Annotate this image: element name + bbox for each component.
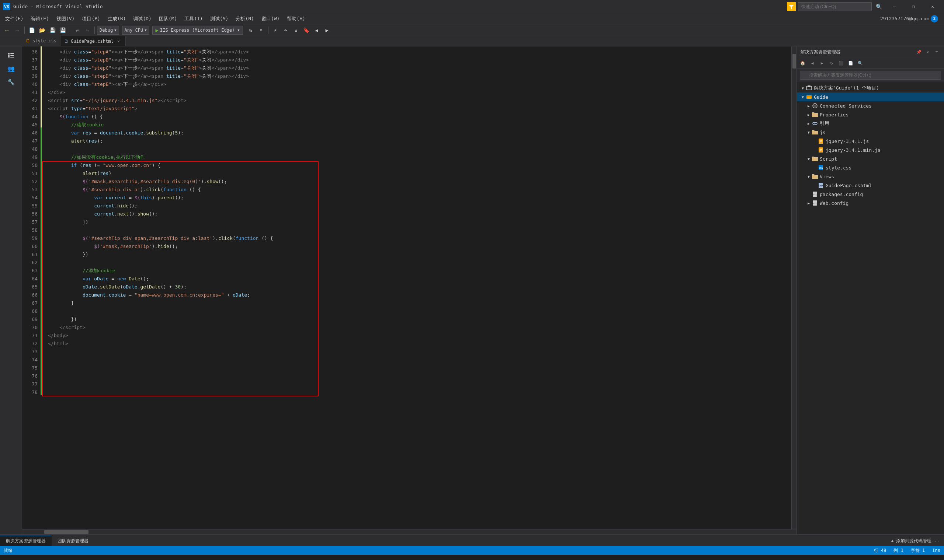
svg-point-14 — [815, 122, 817, 125]
properties-label: Properties — [820, 112, 848, 117]
menu-project[interactable]: 项目(P) — [78, 13, 103, 24]
tree-properties[interactable]: ▶ Properties — [797, 110, 944, 119]
team-explorer-tab[interactable]: 团队资源管理器 — [52, 536, 94, 546]
tree-expand-arrow: ▼ — [800, 86, 806, 90]
properties-icon[interactable]: 🔧 — [5, 76, 17, 88]
svg-text:CSS: CSS — [819, 166, 823, 169]
back-icon[interactable]: ⟵ — [2, 25, 12, 35]
tab-style-css[interactable]: 🗋 style.css — [22, 36, 60, 46]
views-folder-arrow: ▼ — [806, 175, 811, 179]
restore-button[interactable]: ❐ — [905, 0, 922, 13]
add-source-control[interactable]: ✚ 添加到源代码管理... — [887, 536, 944, 546]
refresh-tree-icon[interactable]: ↻ — [827, 59, 836, 68]
main-layout: 👥 🔧 36 37 38 39 40 41 42 43 44 45 46 47 … — [0, 46, 944, 534]
fwd-nav-icon[interactable]: ▶ — [818, 59, 826, 68]
properties-folder-icon — [811, 111, 818, 118]
tree-guide-page[interactable]: ▶ CSHTML GuidePage.cshtml — [797, 181, 944, 190]
menu-test[interactable]: 测试(S) — [207, 13, 232, 24]
attach-icon[interactable]: ⚡ — [271, 25, 280, 35]
search-box-input[interactable] — [800, 71, 941, 80]
references-label: 引用 — [820, 120, 829, 127]
tab-guide-icon: 🗋 — [64, 39, 69, 44]
menu-help[interactable]: 帮助(H) — [283, 13, 308, 24]
tree-script-folder[interactable]: ▼ Script — [797, 154, 944, 163]
bookmark-icon[interactable]: 🔖 — [302, 25, 311, 35]
show-files-icon[interactable]: 📄 — [846, 59, 855, 68]
tab-bar: 🗋 style.css 🗋 GuidePage.cshtml ✕ — [0, 36, 944, 46]
script-folder-arrow: ▼ — [806, 157, 811, 161]
next-bookmark-icon[interactable]: ▶ — [322, 25, 332, 35]
user-account[interactable]: 2912357176@qq.com 2 — [876, 15, 942, 23]
script-folder-icon — [811, 155, 818, 162]
project-icon — [806, 94, 812, 100]
pin-icon[interactable]: 📌 — [915, 49, 922, 56]
menu-debug[interactable]: 调试(D) — [130, 13, 155, 24]
code-content[interactable]: <div class="stepA"><a>下一步</a><span title… — [42, 46, 791, 529]
forward-icon[interactable]: ⟶ — [12, 25, 22, 35]
minimize-button[interactable]: — — [886, 0, 903, 13]
svg-text:JS: JS — [819, 140, 822, 143]
tab-guide-page[interactable]: 🗋 GuidePage.cshtml ✕ — [60, 36, 126, 46]
dropdown-arrow: ▼ — [114, 28, 116, 32]
tab-style-css-icon: 🗋 — [26, 38, 30, 43]
horizontal-scrollbar[interactable] — [22, 529, 796, 534]
scrollbar-thumb[interactable] — [793, 54, 796, 69]
tree-packages-config[interactable]: ▶ cfg packages.config — [797, 190, 944, 198]
run-button[interactable]: ▶ IIS Express (Microsoft Edge) ▼ — [152, 26, 243, 35]
tree-jquery-min-js[interactable]: ▶ JS jquery-3.4.1.min.js — [797, 146, 944, 154]
new-file-icon[interactable]: 📄 — [27, 25, 37, 35]
redo-icon[interactable]: ↪ — [83, 25, 92, 35]
project-expand-arrow: ▼ — [800, 95, 806, 99]
open-file-icon[interactable]: 📂 — [37, 25, 47, 35]
collapse-icon[interactable]: ⬛ — [837, 59, 845, 68]
menu-tools[interactable]: 工具(T) — [181, 13, 206, 24]
quick-launch-input[interactable] — [798, 2, 872, 11]
menu-view[interactable]: 视图(V) — [53, 13, 78, 24]
tree-references[interactable]: ▶ 引用 — [797, 119, 944, 128]
save-all-icon[interactable]: 💾 — [58, 25, 68, 35]
home-icon[interactable]: 🏠 — [798, 59, 807, 68]
tree-style-css[interactable]: ▶ CSS style.css — [797, 163, 944, 172]
code-area[interactable]: 36 37 38 39 40 41 42 43 44 45 46 47 48 4… — [22, 46, 796, 529]
refresh-dropdown[interactable]: ▼ — [256, 25, 266, 35]
h-scrollbar-thumb[interactable] — [44, 530, 88, 534]
tree-connected-services[interactable]: ▶ Connected Services — [797, 101, 944, 110]
menu-window[interactable]: 窗口(W) — [258, 13, 283, 24]
search-icon[interactable]: 🔍 — [874, 2, 884, 11]
refresh-icon[interactable]: ↻ — [246, 25, 256, 35]
filter-tree-icon[interactable]: 🔍 — [856, 59, 865, 68]
vertical-scrollbar[interactable] — [791, 46, 796, 529]
tree-project[interactable]: ▼ Guide — [797, 92, 944, 101]
prev-bookmark-icon[interactable]: ◀ — [312, 25, 322, 35]
col-indicator: 列 1 — [893, 548, 903, 554]
svg-rect-7 — [8, 57, 9, 58]
save-icon[interactable]: 💾 — [48, 25, 57, 35]
back-nav-icon[interactable]: ◀ — [808, 59, 817, 68]
tree-js-folder[interactable]: ▼ js — [797, 128, 944, 137]
menu-build[interactable]: 生成(B) — [104, 13, 130, 24]
search-box-wrap: 🔍 — [800, 71, 941, 80]
tree-solution[interactable]: ▼ 解决方案'Guide'(1 个项目) — [797, 84, 944, 92]
team-explorer-icon[interactable]: 👥 — [5, 63, 17, 74]
tab-close-button[interactable]: ✕ — [116, 38, 122, 44]
svg-text:cfg: cfg — [813, 194, 816, 196]
menu-analyze[interactable]: 分析(N) — [232, 13, 258, 24]
debug-config-dropdown[interactable]: Debug ▼ — [97, 26, 119, 35]
solution-explorer-tab[interactable]: 解决方案资源管理器 — [0, 536, 52, 546]
menu-file[interactable]: 文件(F) — [2, 13, 27, 24]
undo-icon[interactable]: ↩ — [72, 25, 82, 35]
panel-close-icon[interactable]: ✕ — [924, 49, 932, 56]
menu-edit[interactable]: 编辑(E) — [27, 13, 52, 24]
step-over-icon[interactable]: ↷ — [281, 25, 291, 35]
panel-menu-icon[interactable]: ≡ — [933, 49, 940, 56]
svg-marker-2 — [789, 5, 794, 9]
step-into-icon[interactable]: ↡ — [291, 25, 301, 35]
cpu-config-dropdown[interactable]: Any CPU ▼ — [122, 26, 150, 35]
tree-web-config[interactable]: ▶ cfg Web.config — [797, 198, 944, 208]
tree-views-folder[interactable]: ▼ Views — [797, 172, 944, 181]
tree-jquery-js[interactable]: ▶ JS jquery-3.4.1.js — [797, 137, 944, 146]
user-email: 2912357176@qq.com — [880, 16, 929, 22]
close-button[interactable]: ✕ — [924, 0, 941, 13]
menu-team[interactable]: 团队(M) — [155, 13, 181, 24]
solution-explorer-icon[interactable] — [5, 49, 17, 61]
